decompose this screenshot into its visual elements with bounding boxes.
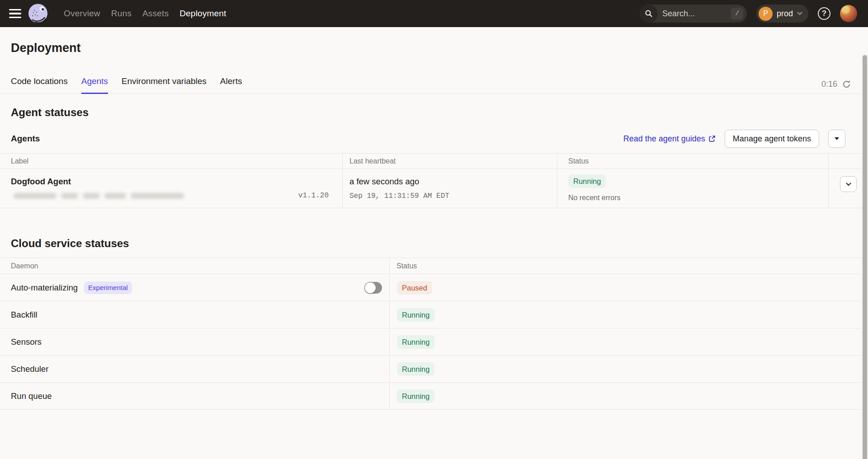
deployment-initial-badge: P <box>759 7 773 21</box>
auto-materializing-toggle[interactable] <box>364 282 382 294</box>
search-shortcut-key: / <box>731 8 743 19</box>
agent-id-redacted <box>14 193 184 199</box>
daemon-cell-run-queue: Run queue <box>0 383 390 410</box>
agent-name: Dogfood Agent <box>11 177 342 187</box>
octopus-logo-graphic <box>27 3 49 24</box>
tab-environment-variables[interactable]: Environment variables <box>122 76 207 94</box>
cloud-col-status: Status <box>390 258 868 274</box>
nav-item-assets[interactable]: Assets <box>142 9 169 19</box>
daemon-cell-backfill: Backfill <box>0 301 390 328</box>
cloud-service-statuses-heading: Cloud service statuses <box>0 237 868 250</box>
daemon-name: Run queue <box>11 391 52 401</box>
cloud-services-table: Daemon Status Auto-materializingExperime… <box>0 258 868 410</box>
status-badge: Running <box>397 389 434 403</box>
refresh-countdown: 0:16 <box>821 80 837 89</box>
tab-alerts[interactable]: Alerts <box>220 76 242 94</box>
agent-status-badge: Running <box>568 174 606 188</box>
status-cell-backfill: Running <box>390 301 868 328</box>
daemon-name: Scheduler <box>11 364 48 374</box>
search-input[interactable] <box>658 9 731 19</box>
agent-status-cell: Running No recent errors <box>557 169 829 208</box>
agents-col-status: Status <box>557 154 829 169</box>
agent-heartbeat-relative: a few seconds ago <box>349 177 557 187</box>
refresh-timer-group: 0:16 <box>821 80 851 89</box>
refresh-icon[interactable] <box>842 80 851 89</box>
agent-label-cell: Dogfood Agent v1.1.20 <box>0 169 343 208</box>
primary-nav: OverviewRunsAssetsDeployment <box>64 9 226 19</box>
status-cell-scheduler: Running <box>390 356 868 383</box>
agent-status-note: No recent errors <box>568 194 828 202</box>
top-navbar: OverviewRunsAssetsDeployment / P prod ? <box>0 0 868 27</box>
navbar-right-group: / P prod ? <box>640 5 857 23</box>
agent-row-expand-button[interactable] <box>840 176 857 192</box>
search-icon <box>640 5 658 23</box>
scrollbar-thumb[interactable] <box>863 55 867 459</box>
agents-table: Label Last heartbeat Status Dogfood Agen… <box>0 153 868 208</box>
agent-guides-link[interactable]: Read the agent guides <box>623 134 716 144</box>
page-title: Deployment <box>0 27 868 56</box>
deployment-name: prod <box>777 9 793 19</box>
chevron-down-icon <box>846 183 851 186</box>
experimental-badge: Experimental <box>84 281 132 294</box>
deployment-tabs: Code locationsAgentsEnvironment variable… <box>0 76 868 94</box>
toggle-knob <box>364 282 376 294</box>
manage-agent-tokens-button[interactable]: Manage agent tokens <box>725 130 819 148</box>
agents-subheading: Agents <box>11 134 40 144</box>
agent-tokens-menu-button[interactable] <box>828 130 845 148</box>
daemon-cell-sensors: Sensors <box>0 328 390 356</box>
search-bar[interactable]: / <box>640 5 747 23</box>
status-badge: Running <box>397 362 434 376</box>
deployment-switcher[interactable]: P prod <box>756 5 808 23</box>
dagster-logo-icon[interactable] <box>27 3 49 24</box>
daemon-name: Backfill <box>11 310 38 320</box>
status-cell-auto-materializing: Paused <box>390 274 868 301</box>
tab-code-locations[interactable]: Code locations <box>11 76 68 94</box>
status-cell-run-queue: Running <box>390 383 868 410</box>
cloud-col-daemon: Daemon <box>0 258 390 274</box>
status-badge: Paused <box>397 281 432 295</box>
agent-heartbeat-cell: a few seconds ago Sep 19, 11:31:59 AM ED… <box>343 169 557 208</box>
external-link-icon <box>708 135 716 142</box>
vertical-scrollbar[interactable] <box>862 54 868 459</box>
agents-col-heartbeat: Last heartbeat <box>343 154 557 169</box>
daemon-name: Auto-materializing <box>11 283 78 293</box>
agent-version: v1.1.20 <box>298 192 329 200</box>
menu-icon[interactable] <box>9 9 21 19</box>
agent-guides-link-label: Read the agent guides <box>623 134 705 144</box>
nav-item-runs[interactable]: Runs <box>111 9 132 19</box>
agents-toolbar-actions: Read the agent guides Manage agent token… <box>623 130 845 148</box>
daemon-cell-scheduler: Scheduler <box>0 356 390 383</box>
agents-toolbar: Agents Read the agent guides Manage agen… <box>0 130 868 148</box>
status-badge: Running <box>397 335 434 349</box>
status-badge: Running <box>397 308 434 322</box>
daemon-cell-auto-materializing: Auto-materializingExperimental <box>0 274 390 301</box>
tab-agents[interactable]: Agents <box>81 76 108 94</box>
agent-heartbeat-timestamp: Sep 19, 11:31:59 AM EDT <box>349 192 557 200</box>
agents-col-label: Label <box>0 154 343 169</box>
nav-item-deployment[interactable]: Deployment <box>179 9 226 19</box>
nav-item-overview[interactable]: Overview <box>64 9 100 19</box>
chevron-down-icon <box>797 12 802 15</box>
agent-statuses-heading: Agent statuses <box>0 106 868 119</box>
caret-down-icon <box>835 137 839 140</box>
status-cell-sensors: Running <box>390 328 868 356</box>
help-icon[interactable]: ? <box>818 7 830 20</box>
user-avatar[interactable] <box>840 5 857 22</box>
daemon-name: Sensors <box>11 337 42 347</box>
deployment-page: Deployment Code locationsAgentsEnvironme… <box>0 27 868 459</box>
